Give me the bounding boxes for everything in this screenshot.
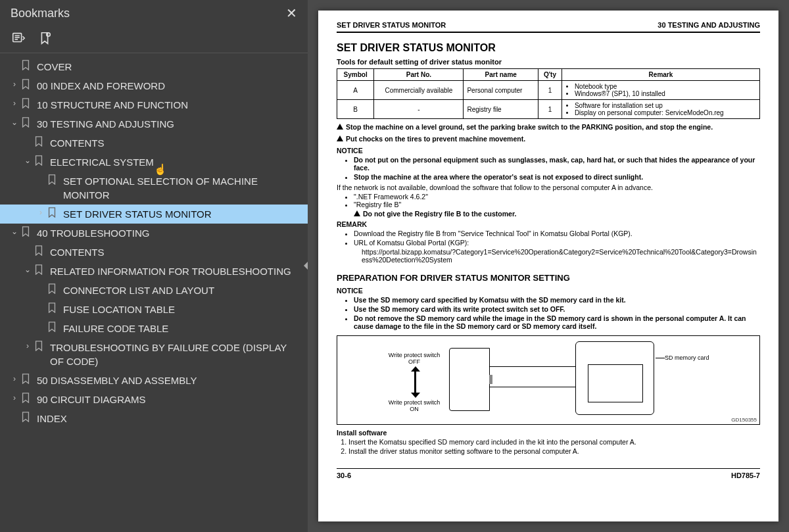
chevron-right-icon[interactable]: › [9,98,20,109]
sd-card-small [449,348,490,411]
portal-url: https://portal.bizapp.komatsu/?Category1… [337,248,760,264]
bookmark-item[interactable]: SET OPTIONAL SELECTION OF MACHINE MONITO… [0,172,308,205]
running-header-right: 30 TESTING AND ADJUSTING [658,21,760,29]
chevron-right-icon[interactable]: › [36,207,46,218]
bookmark-item[interactable]: INDEX [0,409,308,428]
bookmarks-panel: Bookmarks ✕ COVER›00 INDEX AND FOREWORD›… [0,0,308,532]
bookmark-label: 30 TESTING AND ADJUSTING [37,117,302,131]
bookmark-item[interactable]: ›90 CIRCUIT DIAGRAMS [0,390,308,409]
bookmark-item[interactable]: ›50 DISASSEMBLY AND ASSEMBLY [0,371,308,390]
options-menu-icon[interactable] [11,30,26,46]
list-item: Download the Registry file B from "Servi… [354,230,760,237]
bookmark-label: SET OPTIONAL SELECTION OF MACHINE MONITO… [63,174,302,202]
remark-heading: REMARK [337,220,760,228]
bookmark-item[interactable]: ›10 STRUCTURE AND FUNCTION [0,95,308,114]
page-title: SET DRIVER STATUS MONITOR [337,42,760,54]
bookmark-icon [20,393,32,403]
list-item: Use the SD memory card specified by Koma… [354,296,760,304]
notice-list: Do not put on the personal equipment suc… [337,156,760,181]
bookmark-label: CONTENTS [50,136,302,150]
document-viewport[interactable]: SET DRIVER STATUS MONITOR 30 TESTING AND… [308,0,789,532]
warning-icon [354,210,360,216]
connector-lines [490,365,575,389]
bookmark-item[interactable]: ›00 INDEX AND FOREWORD [0,76,308,95]
bookmark-icon [33,264,45,275]
table-header: Part name [464,69,538,81]
collapse-handle-icon[interactable] [304,262,308,270]
chevron-right-icon[interactable]: › [9,79,20,90]
list-item: Stop the machine at the area where the o… [354,173,760,181]
bookmark-label: 50 DISASSEMBLY AND ASSEMBLY [37,374,302,387]
bookmark-item[interactable]: COVER [0,57,308,76]
bookmark-item[interactable]: CONNECTOR LIST AND LAYOUT [0,281,308,300]
bookmark-label: INDEX [37,412,302,425]
bookmark-icon [33,245,45,256]
bookmark-icon [20,79,32,89]
bookmark-tree[interactable]: COVER›00 INDEX AND FOREWORD›10 STRUCTURE… [0,53,308,532]
list-item: ".NET Framework 4.6.2" [354,193,760,201]
list-item: Do not put on the personal equipment suc… [354,156,760,172]
bookmark-icon [20,117,32,128]
tools-table-caption: Tools for default setting of driver stat… [337,58,760,66]
notice-list: Use the SD memory card specified by Koma… [337,296,760,330]
bookmark-item[interactable]: ⌄40 TROUBLESHOOTING [0,224,308,243]
document-page: SET DRIVER STATUS MONITOR 30 TESTING AND… [318,11,778,521]
safety-warning: Put chocks on the tires to prevent machi… [337,135,760,143]
bookmark-icon [33,136,45,147]
bookmark-item[interactable]: CONTENTS [0,133,308,153]
diagram-label-on: Write protect switch ON [383,399,445,412]
bookmark-item[interactable]: CONTENTS [0,243,308,262]
page-footer: 30-6 HD785-7 [337,468,760,479]
list-item: Insert the Komatsu specified SD memory c… [348,438,760,446]
chevron-down-icon[interactable]: ⌄ [22,155,33,166]
chevron-down-icon[interactable]: ⌄ [22,264,33,276]
bookmark-icon [46,302,58,313]
bookmark-label: TROUBLESHOOTING BY FAILURE CODE (DISPLAY… [50,341,302,368]
table-header: Q'ty [538,69,562,81]
bookmark-item[interactable]: ⌄ELECTRICAL SYSTEM [0,153,308,172]
table-header: Symbol [337,69,374,81]
bookmark-label: 90 CIRCUIT DIAGRAMS [37,393,302,406]
bookmark-label: 40 TROUBLESHOOTING [37,226,302,240]
warning-icon [337,124,343,130]
install-steps: Insert the Komatsu specified SD memory c… [337,438,760,455]
bookmark-label: CONNECTOR LIST AND LAYOUT [63,283,302,297]
chevron-down-icon[interactable]: ⌄ [9,117,20,128]
section-heading: PREPARATION FOR DRIVER STATUS MONITOR SE… [337,273,760,283]
bookmark-item[interactable]: ⌄30 TESTING AND ADJUSTING [0,114,308,133]
bookmark-icon [20,226,32,237]
bookmarks-toolbar [0,26,308,53]
network-note: If the network is not available, downloa… [337,183,760,191]
sub-warning: Do not give the Registry file B to the c… [337,210,760,218]
close-icon[interactable]: ✕ [286,5,297,21]
bookmark-icon [20,98,32,109]
bookmarks-header: Bookmarks ✕ [0,0,308,26]
table-row: B-Registry file1Software for installatio… [337,100,760,119]
bookmark-label: 10 STRUCTURE AND FUNCTION [37,98,302,112]
diagram-label-off: Write protect switch OFF [383,352,445,365]
bookmark-item[interactable]: ›SET DRIVER STATUS MONITOR [0,205,308,224]
bookmark-item[interactable]: ⌄RELATED INFORMATION FOR TROUBLESHOOTING [0,262,308,281]
chevron-down-icon[interactable]: ⌄ [9,226,20,237]
bookmark-item[interactable]: ›TROUBLESHOOTING BY FAILURE CODE (DISPLA… [0,338,308,371]
bookmarks-title: Bookmarks [11,7,70,20]
list-item: Do not remove the SD memory card while t… [354,314,760,330]
sd-card-diagram: Write protect switch OFF Write protect s… [337,335,760,425]
chevron-right-icon[interactable]: › [9,393,20,404]
list-item: URL of Komatsu Global Portal (KGP): [354,239,760,247]
bookmark-item[interactable]: FAILURE CODE TABLE [0,319,308,338]
figure-number: GD150355 [731,417,757,423]
find-bookmark-icon[interactable] [37,30,53,46]
bookmark-label: SET DRIVER STATUS MONITOR [63,207,302,221]
chevron-right-icon[interactable]: › [9,374,20,385]
bookmark-label: COVER [37,60,302,74]
bookmark-item[interactable]: FUSE LOCATION TABLE [0,300,308,319]
bookmark-label: 00 INDEX AND FOREWORD [37,79,302,93]
bookmark-icon [46,322,58,332]
bookmark-label: RELATED INFORMATION FOR TROUBLESHOOTING [50,264,302,278]
chevron-right-icon[interactable]: › [22,341,33,352]
bookmark-label: FAILURE CODE TABLE [63,322,302,335]
leader-line [656,358,665,358]
notice-heading: NOTICE [337,147,760,155]
bookmark-icon [20,412,32,422]
